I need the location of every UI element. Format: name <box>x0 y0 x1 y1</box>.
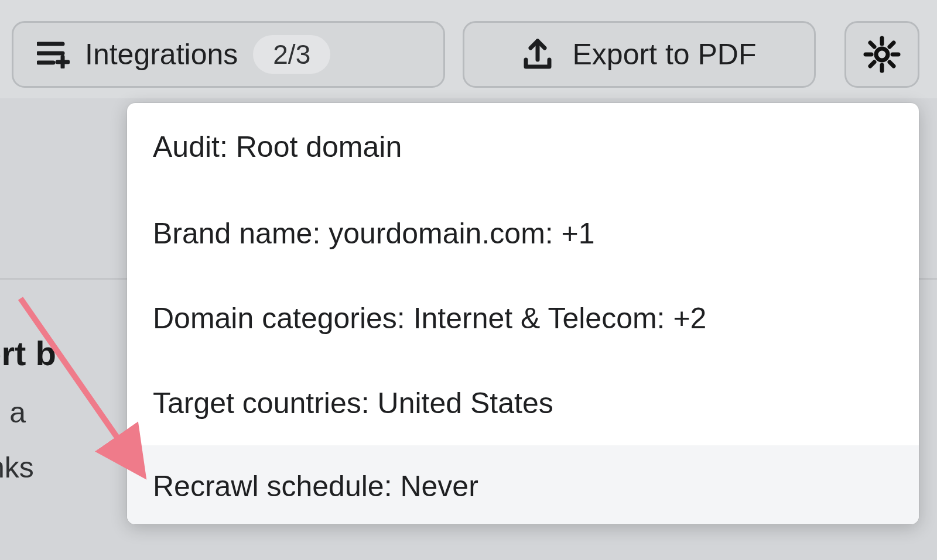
settings-dropdown-panel: Audit: Root domain Brand name: yourdomai… <box>127 103 919 524</box>
background-text-fragment-2: acklinks <box>0 451 34 485</box>
background-heading-fragment: mport b <box>0 334 56 373</box>
settings-button[interactable] <box>844 21 919 88</box>
svg-line-13 <box>870 62 874 66</box>
svg-line-11 <box>890 62 894 66</box>
integrations-count-badge: 2/3 <box>253 35 330 74</box>
background-text-fragment-1: pload a <box>0 396 26 430</box>
export-pdf-button[interactable]: Export to PDF <box>463 21 816 88</box>
settings-menu-item-audit[interactable]: Audit: Root domain <box>127 103 919 191</box>
integrations-label: Integrations <box>85 37 238 71</box>
export-pdf-label: Export to PDF <box>573 37 757 71</box>
app-viewport: mport b pload a acklinks Integrations 2/… <box>0 0 937 560</box>
settings-menu-item-brand-name[interactable]: Brand name: yourdomain.com: +1 <box>127 191 919 276</box>
settings-menu-item-target-countries[interactable]: Target countries: United States <box>127 360 919 445</box>
svg-point-5 <box>876 49 888 60</box>
svg-line-12 <box>890 43 894 47</box>
settings-menu-item-label: Recrawl schedule: Never <box>153 469 478 503</box>
settings-menu-item-label: Brand name: yourdomain.com: +1 <box>153 217 595 250</box>
settings-menu-item-domain-categories[interactable]: Domain categories: Internet & Telecom: +… <box>127 276 919 360</box>
svg-line-10 <box>870 43 874 47</box>
integrations-icon <box>37 40 70 68</box>
settings-menu-item-label: Target countries: United States <box>153 386 553 420</box>
settings-menu-item-recrawl-schedule[interactable]: Recrawl schedule: Never <box>127 445 919 524</box>
gear-icon <box>863 36 901 73</box>
settings-menu-item-label: Audit: Root domain <box>153 130 402 164</box>
integrations-button[interactable]: Integrations 2/3 <box>12 21 445 88</box>
export-icon <box>522 39 553 70</box>
settings-menu-item-label: Domain categories: Internet & Telecom: +… <box>153 301 706 335</box>
